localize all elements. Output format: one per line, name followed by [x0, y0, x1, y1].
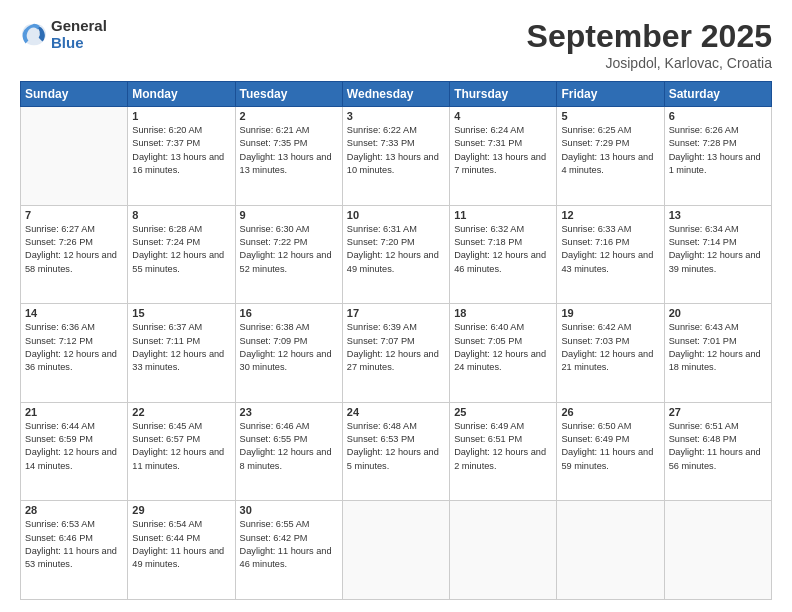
day-info: Sunrise: 6:32 AMSunset: 7:18 PMDaylight:…: [454, 223, 552, 276]
day-number: 17: [347, 307, 445, 319]
day-info: Sunrise: 6:21 AMSunset: 7:35 PMDaylight:…: [240, 124, 338, 177]
title-block: September 2025 Josipdol, Karlovac, Croat…: [527, 18, 772, 71]
day-cell: 15Sunrise: 6:37 AMSunset: 7:11 PMDayligh…: [128, 304, 235, 403]
col-saturday: Saturday: [664, 82, 771, 107]
day-cell: [342, 501, 449, 600]
day-number: 1: [132, 110, 230, 122]
day-cell: 4Sunrise: 6:24 AMSunset: 7:31 PMDaylight…: [450, 107, 557, 206]
day-cell: 28Sunrise: 6:53 AMSunset: 6:46 PMDayligh…: [21, 501, 128, 600]
day-info: Sunrise: 6:26 AMSunset: 7:28 PMDaylight:…: [669, 124, 767, 177]
day-cell: 24Sunrise: 6:48 AMSunset: 6:53 PMDayligh…: [342, 402, 449, 501]
day-info: Sunrise: 6:49 AMSunset: 6:51 PMDaylight:…: [454, 420, 552, 473]
day-number: 13: [669, 209, 767, 221]
day-info: Sunrise: 6:38 AMSunset: 7:09 PMDaylight:…: [240, 321, 338, 374]
col-monday: Monday: [128, 82, 235, 107]
day-info: Sunrise: 6:40 AMSunset: 7:05 PMDaylight:…: [454, 321, 552, 374]
week-row-2: 14Sunrise: 6:36 AMSunset: 7:12 PMDayligh…: [21, 304, 772, 403]
day-info: Sunrise: 6:27 AMSunset: 7:26 PMDaylight:…: [25, 223, 123, 276]
day-cell: 27Sunrise: 6:51 AMSunset: 6:48 PMDayligh…: [664, 402, 771, 501]
day-info: Sunrise: 6:22 AMSunset: 7:33 PMDaylight:…: [347, 124, 445, 177]
day-cell: 5Sunrise: 6:25 AMSunset: 7:29 PMDaylight…: [557, 107, 664, 206]
day-info: Sunrise: 6:53 AMSunset: 6:46 PMDaylight:…: [25, 518, 123, 571]
day-info: Sunrise: 6:30 AMSunset: 7:22 PMDaylight:…: [240, 223, 338, 276]
col-sunday: Sunday: [21, 82, 128, 107]
day-info: Sunrise: 6:28 AMSunset: 7:24 PMDaylight:…: [132, 223, 230, 276]
day-cell: 16Sunrise: 6:38 AMSunset: 7:09 PMDayligh…: [235, 304, 342, 403]
day-number: 9: [240, 209, 338, 221]
day-number: 24: [347, 406, 445, 418]
day-number: 25: [454, 406, 552, 418]
day-cell: 10Sunrise: 6:31 AMSunset: 7:20 PMDayligh…: [342, 205, 449, 304]
col-wednesday: Wednesday: [342, 82, 449, 107]
day-number: 30: [240, 504, 338, 516]
day-number: 7: [25, 209, 123, 221]
month-title: September 2025: [527, 18, 772, 55]
day-info: Sunrise: 6:42 AMSunset: 7:03 PMDaylight:…: [561, 321, 659, 374]
day-info: Sunrise: 6:25 AMSunset: 7:29 PMDaylight:…: [561, 124, 659, 177]
day-info: Sunrise: 6:33 AMSunset: 7:16 PMDaylight:…: [561, 223, 659, 276]
day-cell: 23Sunrise: 6:46 AMSunset: 6:55 PMDayligh…: [235, 402, 342, 501]
day-cell: 3Sunrise: 6:22 AMSunset: 7:33 PMDaylight…: [342, 107, 449, 206]
day-info: Sunrise: 6:55 AMSunset: 6:42 PMDaylight:…: [240, 518, 338, 571]
day-cell: 20Sunrise: 6:43 AMSunset: 7:01 PMDayligh…: [664, 304, 771, 403]
day-cell: 18Sunrise: 6:40 AMSunset: 7:05 PMDayligh…: [450, 304, 557, 403]
day-cell: 13Sunrise: 6:34 AMSunset: 7:14 PMDayligh…: [664, 205, 771, 304]
day-info: Sunrise: 6:43 AMSunset: 7:01 PMDaylight:…: [669, 321, 767, 374]
day-cell: [664, 501, 771, 600]
day-info: Sunrise: 6:34 AMSunset: 7:14 PMDaylight:…: [669, 223, 767, 276]
day-number: 11: [454, 209, 552, 221]
logo-icon: [20, 21, 48, 49]
day-cell: 8Sunrise: 6:28 AMSunset: 7:24 PMDaylight…: [128, 205, 235, 304]
day-number: 21: [25, 406, 123, 418]
day-cell: 14Sunrise: 6:36 AMSunset: 7:12 PMDayligh…: [21, 304, 128, 403]
day-number: 8: [132, 209, 230, 221]
day-cell: 25Sunrise: 6:49 AMSunset: 6:51 PMDayligh…: [450, 402, 557, 501]
day-cell: 19Sunrise: 6:42 AMSunset: 7:03 PMDayligh…: [557, 304, 664, 403]
day-number: 10: [347, 209, 445, 221]
week-row-0: 1Sunrise: 6:20 AMSunset: 7:37 PMDaylight…: [21, 107, 772, 206]
week-row-3: 21Sunrise: 6:44 AMSunset: 6:59 PMDayligh…: [21, 402, 772, 501]
day-number: 14: [25, 307, 123, 319]
day-number: 5: [561, 110, 659, 122]
day-info: Sunrise: 6:51 AMSunset: 6:48 PMDaylight:…: [669, 420, 767, 473]
day-cell: 1Sunrise: 6:20 AMSunset: 7:37 PMDaylight…: [128, 107, 235, 206]
day-info: Sunrise: 6:48 AMSunset: 6:53 PMDaylight:…: [347, 420, 445, 473]
logo-general: General: [51, 18, 107, 35]
day-number: 28: [25, 504, 123, 516]
day-number: 26: [561, 406, 659, 418]
day-cell: 7Sunrise: 6:27 AMSunset: 7:26 PMDaylight…: [21, 205, 128, 304]
day-number: 19: [561, 307, 659, 319]
logo: General Blue: [20, 18, 107, 51]
day-number: 4: [454, 110, 552, 122]
day-info: Sunrise: 6:46 AMSunset: 6:55 PMDaylight:…: [240, 420, 338, 473]
day-number: 18: [454, 307, 552, 319]
week-row-1: 7Sunrise: 6:27 AMSunset: 7:26 PMDaylight…: [21, 205, 772, 304]
day-info: Sunrise: 6:37 AMSunset: 7:11 PMDaylight:…: [132, 321, 230, 374]
calendar-table: Sunday Monday Tuesday Wednesday Thursday…: [20, 81, 772, 600]
day-info: Sunrise: 6:31 AMSunset: 7:20 PMDaylight:…: [347, 223, 445, 276]
day-number: 12: [561, 209, 659, 221]
day-cell: 17Sunrise: 6:39 AMSunset: 7:07 PMDayligh…: [342, 304, 449, 403]
day-info: Sunrise: 6:39 AMSunset: 7:07 PMDaylight:…: [347, 321, 445, 374]
day-info: Sunrise: 6:50 AMSunset: 6:49 PMDaylight:…: [561, 420, 659, 473]
day-number: 29: [132, 504, 230, 516]
day-number: 2: [240, 110, 338, 122]
day-cell: 30Sunrise: 6:55 AMSunset: 6:42 PMDayligh…: [235, 501, 342, 600]
day-cell: 2Sunrise: 6:21 AMSunset: 7:35 PMDaylight…: [235, 107, 342, 206]
page: General Blue September 2025 Josipdol, Ka…: [0, 0, 792, 612]
day-info: Sunrise: 6:36 AMSunset: 7:12 PMDaylight:…: [25, 321, 123, 374]
day-cell: [557, 501, 664, 600]
day-cell: 21Sunrise: 6:44 AMSunset: 6:59 PMDayligh…: [21, 402, 128, 501]
day-cell: [21, 107, 128, 206]
week-row-4: 28Sunrise: 6:53 AMSunset: 6:46 PMDayligh…: [21, 501, 772, 600]
day-cell: 6Sunrise: 6:26 AMSunset: 7:28 PMDaylight…: [664, 107, 771, 206]
location: Josipdol, Karlovac, Croatia: [527, 55, 772, 71]
day-cell: 9Sunrise: 6:30 AMSunset: 7:22 PMDaylight…: [235, 205, 342, 304]
day-cell: 29Sunrise: 6:54 AMSunset: 6:44 PMDayligh…: [128, 501, 235, 600]
day-number: 6: [669, 110, 767, 122]
day-cell: 11Sunrise: 6:32 AMSunset: 7:18 PMDayligh…: [450, 205, 557, 304]
day-cell: 12Sunrise: 6:33 AMSunset: 7:16 PMDayligh…: [557, 205, 664, 304]
col-thursday: Thursday: [450, 82, 557, 107]
day-number: 3: [347, 110, 445, 122]
col-friday: Friday: [557, 82, 664, 107]
